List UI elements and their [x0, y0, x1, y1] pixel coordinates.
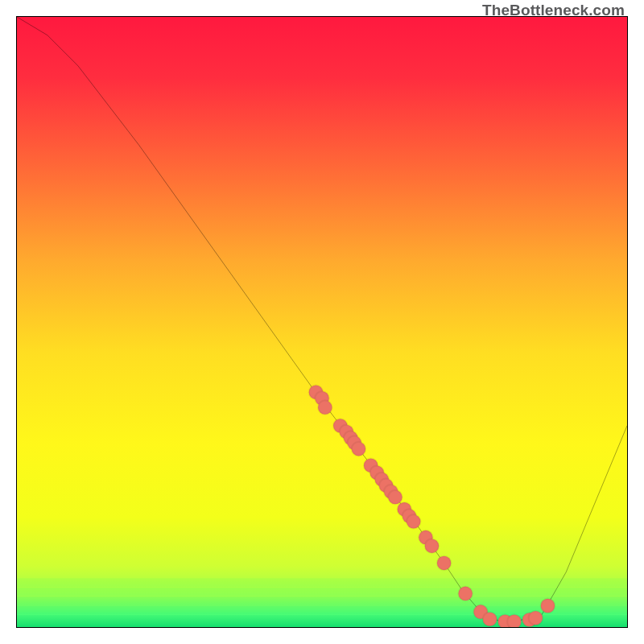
data-point — [529, 611, 543, 625]
chart-svg — [17, 17, 627, 627]
curve-line — [17, 17, 627, 621]
data-point — [541, 599, 555, 613]
data-point — [352, 442, 365, 456]
data-point — [458, 587, 472, 601]
chart-stage: TheBottleneck.com — [0, 0, 644, 644]
data-point — [388, 490, 402, 504]
scatter-points — [309, 385, 555, 628]
data-point — [437, 556, 451, 570]
data-point — [318, 400, 332, 414]
data-point — [425, 539, 439, 552]
plot-area — [16, 16, 628, 628]
data-point — [483, 612, 497, 625]
data-point — [507, 614, 521, 628]
data-point — [407, 514, 420, 528]
